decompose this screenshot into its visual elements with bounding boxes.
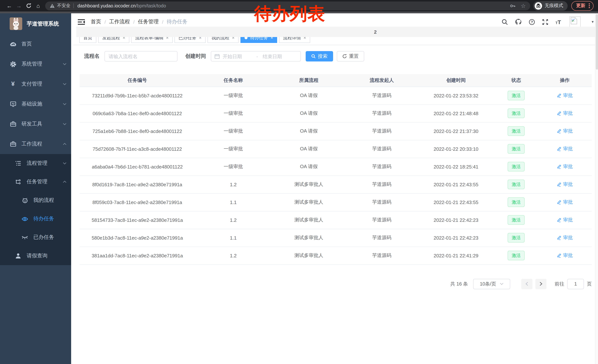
prev-page-button[interactable]	[521, 279, 532, 289]
page-size-select[interactable]: 10条/页	[473, 279, 510, 289]
dashboard-icon	[10, 41, 16, 47]
breadcrumb-workflow[interactable]: 工作流程	[109, 18, 130, 25]
avatar-dropdown-caret-icon[interactable]: ▼	[591, 20, 594, 24]
sidebar-item-label: 研发工具	[22, 121, 42, 127]
edit-pencil-icon	[557, 111, 562, 116]
bookmark-star-icon[interactable]: ☆	[521, 3, 526, 8]
status-badge: 激活	[507, 108, 525, 118]
create-time-label: 创建时间	[185, 53, 206, 60]
app-logo-row[interactable]: 芋道管理系统	[0, 13, 73, 34]
sidebar-item-todo-tasks[interactable]: 待办任务	[0, 210, 73, 228]
help-icon[interactable]: ?	[529, 19, 535, 25]
cell-task-name: 一级审批	[195, 122, 272, 140]
search-icon[interactable]	[502, 19, 508, 25]
sidebar-item-infrastructure[interactable]: 基础设施	[0, 94, 73, 114]
table-row: a6aba0a4-7b6d-11ec-b781-acde48001122 一级审…	[80, 158, 592, 176]
sidebar-item-process-mgmt[interactable]: 流程管理	[0, 154, 73, 173]
cell-task-id: 8f0d1619-7ac8-11ec-a9e2-a2380e71991a	[80, 176, 195, 193]
breadcrumb-home[interactable]: 首页	[91, 18, 101, 25]
approve-button[interactable]: 审批	[557, 235, 573, 241]
user-icon	[15, 252, 22, 259]
status-badge: 激活	[507, 215, 525, 225]
avatar[interactable]	[569, 16, 581, 27]
cell-starter: 芋道源码	[346, 193, 418, 211]
edit-pencil-icon	[557, 93, 562, 98]
approve-button[interactable]: 审批	[557, 252, 573, 259]
scrollbar-thumb[interactable]	[596, 14, 598, 70]
not-secure-warning-icon	[50, 3, 55, 8]
browser-home-icon[interactable]: ⌂	[33, 3, 43, 9]
sidebar-item-payment[interactable]: ¥ 支付管理	[0, 74, 73, 94]
cell-task-name: 1.2	[195, 211, 272, 229]
browser-update-button[interactable]: 更新	[571, 1, 594, 11]
approve-button[interactable]: 审批	[557, 163, 573, 170]
goto-page-input[interactable]	[567, 279, 584, 289]
date-range-picker[interactable]: -	[211, 51, 301, 61]
status-badge: 激活	[507, 144, 525, 154]
page-button-2[interactable]: 2	[76, 27, 598, 37]
cell-starter: 芋道源码	[346, 122, 418, 140]
approve-button[interactable]: 审批	[557, 146, 573, 152]
app-logo-rabbit-image	[10, 17, 22, 30]
chevron-down-icon	[63, 162, 67, 165]
start-date-input[interactable]	[223, 54, 255, 59]
sidebar-item-done-tasks[interactable]: 已办任务	[0, 228, 73, 247]
password-key-icon[interactable]	[510, 3, 515, 9]
sidebar-item-label: 基础设施	[22, 101, 42, 107]
sidebar-item-workflow[interactable]: 工作流程	[0, 134, 73, 154]
sidebar-item-leave-query[interactable]: 请假查询	[0, 247, 73, 265]
github-icon[interactable]	[515, 18, 522, 25]
approve-label: 审批	[563, 217, 573, 223]
table-header-row: 任务编号 任务名称 所属流程 流程发起人 创建时间 状态 操作	[80, 74, 592, 87]
face-icon	[22, 197, 28, 204]
browser-forward-icon[interactable]: →	[14, 3, 24, 9]
cell-task-name: 一级审批	[195, 140, 272, 158]
cell-process: OA 请假	[272, 105, 346, 122]
sidebar-item-task-mgmt[interactable]: 任务管理	[0, 173, 73, 191]
search-button[interactable]: 搜索	[306, 51, 333, 61]
search-button-label: 搜索	[318, 53, 328, 60]
sidebar-item-home[interactable]: 首页	[0, 34, 73, 54]
approve-label: 审批	[563, 146, 573, 152]
page-scrollbar[interactable]	[595, 13, 598, 364]
status-badge: 激活	[507, 126, 525, 136]
browser-reload-icon[interactable]	[24, 3, 33, 8]
sidebar-item-label: 支付管理	[22, 81, 42, 87]
approve-label: 审批	[563, 252, 573, 259]
edit-pencil-icon	[557, 146, 562, 151]
breadcrumb-task-mgmt[interactable]: 任务管理	[138, 18, 159, 25]
cell-process: 测试多审批人	[272, 247, 346, 264]
browser-back-icon[interactable]: ←	[4, 3, 14, 9]
approve-button[interactable]: 审批	[557, 217, 573, 223]
chevron-down-icon	[500, 283, 504, 285]
workflow-toolbox-icon	[10, 141, 16, 147]
sidebar-fold-icon[interactable]	[78, 19, 85, 25]
approve-button[interactable]: 审批	[557, 181, 573, 188]
browser-menu-icon[interactable]	[589, 3, 590, 8]
security-label: 不安全	[57, 3, 70, 9]
sidebar-item-system[interactable]: 系统管理	[0, 54, 73, 74]
screen: ← → ⌂ 不安全 dashboard.yudao.iocoder.cn /bp…	[0, 0, 598, 364]
table-row: 069c6a63-7b8a-11ec-8ef0-acde48001122 一级审…	[80, 105, 592, 122]
table-row: 725a1eb6-7b88-11ec-8ef0-acde48001122 一级审…	[80, 122, 592, 140]
end-date-input[interactable]	[263, 54, 295, 59]
reset-button[interactable]: 重置	[337, 51, 364, 61]
col-status: 状态	[494, 74, 538, 87]
cell-starter: 芋道源码	[346, 87, 418, 105]
table-row: 580e1b3d-7ac8-11ec-a9e2-a2380e71991a 1.1…	[80, 229, 592, 247]
next-page-button[interactable]	[535, 279, 547, 289]
approve-button[interactable]: 审批	[557, 92, 573, 99]
approve-button[interactable]: 审批	[557, 110, 573, 117]
approve-button[interactable]: 审批	[557, 199, 573, 205]
search-icon	[311, 54, 316, 58]
filter-form: 流程名 创建时间 -	[80, 51, 592, 61]
divider	[73, 3, 74, 8]
sidebar-item-my-process[interactable]: 我的流程	[0, 191, 73, 210]
font-size-icon[interactable]: TT	[556, 19, 561, 25]
process-name-input[interactable]	[105, 51, 177, 61]
status-badge: 激活	[507, 91, 525, 100]
approve-button[interactable]: 审批	[557, 128, 573, 134]
sidebar-item-devtools[interactable]: 研发工具	[0, 114, 73, 134]
fullscreen-icon[interactable]	[542, 19, 548, 25]
approve-label: 审批	[563, 235, 573, 241]
